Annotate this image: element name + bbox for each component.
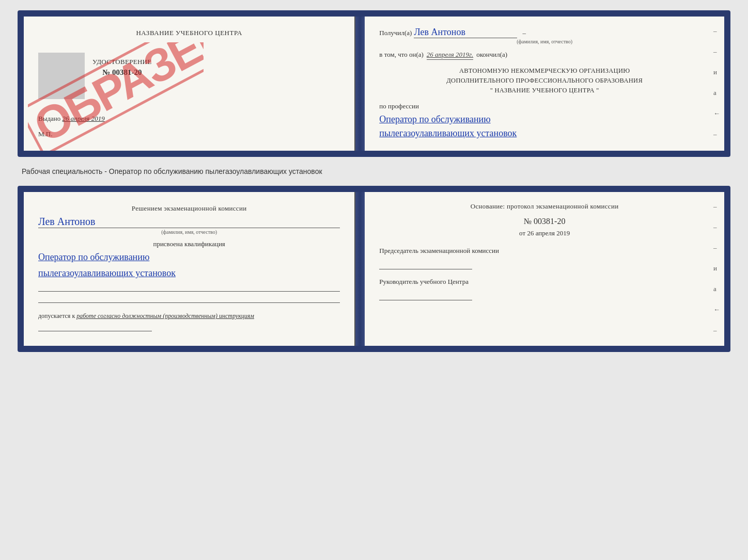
okonchil-label: окончил(а): [476, 51, 507, 59]
osnov-label: Основание: протокол экзаменационной коми…: [379, 202, 710, 211]
b-dash-5: а: [713, 285, 720, 293]
predsedatel-label: Председатель экзаменационной комиссии: [379, 247, 499, 254]
top-document: НАЗВАНИЕ УЧЕБНОГО ЦЕНТРА УДОСТОВЕРЕНИЕ №…: [18, 10, 730, 157]
stamp-area: УДОСТОВЕРЕНИЕ № 00381-20 ОБРАЗЕЦ: [38, 53, 340, 109]
dopuskaetsya-line: допускается к работе согласно должностны…: [38, 312, 340, 320]
protokol-number: № 00381-20: [379, 217, 710, 226]
dopuskaetsya-value: работе согласно должностным (производств…: [76, 312, 254, 319]
org-name: НАЗВАНИЕ УЧЕБНОГО ЦЕНТРА: [495, 87, 595, 94]
bottom-doc-right: – – – и а ← – – – – Основание: протокол …: [365, 192, 724, 346]
b-dash-1: –: [713, 202, 720, 211]
bottom-fio-subtitle: (фамилия, имя, отчество): [38, 229, 340, 235]
right-dashes: – – и а ← – – – –: [713, 17, 720, 151]
dash-7: –: [713, 151, 720, 157]
vtom-date: 26 апреля 2019г.: [427, 51, 473, 60]
poluchil-label: Получил(а): [379, 29, 412, 37]
rukovoditel-label: Руководитель учебного Центра: [379, 278, 469, 285]
poluchil-value: Лев Антонов: [414, 27, 517, 38]
komissia-title: Решением экзаменационной комиссии: [38, 204, 340, 213]
rukovoditel-line: [379, 289, 472, 300]
dash-4: а: [713, 89, 720, 97]
dopuskaetsya-label: допускается к: [38, 312, 75, 319]
vydano-label: Выдано: [38, 115, 60, 122]
vydano-line: Выдано 26 апреля 2019: [38, 115, 340, 123]
blank-line-3: [38, 322, 152, 331]
bottom-spine: [355, 192, 365, 346]
vtom-label: в том, что он(а): [379, 51, 424, 59]
prisvoena-label: присвоена квалификация: [38, 240, 340, 248]
bottom-document: Решением экзаменационной комиссии Лев Ан…: [18, 186, 730, 352]
qualification-line2: пылегазоулавливающих установок: [38, 266, 340, 280]
org-block: АВТОНОМНУЮ НЕКОММЕРЧЕСКУЮ ОРГАНИЗАЦИЮ ДО…: [379, 66, 710, 95]
qualification-line1: Оператор по обслуживанию: [38, 250, 340, 264]
ot-date-value: 26 апреля 2019: [527, 229, 570, 237]
b-dash-8: –: [713, 347, 720, 352]
dash-2: –: [713, 47, 720, 56]
fio-subtitle: (фамилия, имя, отчество): [379, 39, 710, 44]
org-name-suffix: ": [596, 87, 599, 94]
top-doc-left: НАЗВАНИЕ УЧЕБНОГО ЦЕНТРА УДОСТОВЕРЕНИЕ №…: [24, 17, 355, 151]
udostoverenie-number: № 00381-20: [92, 68, 152, 77]
b-dash-2: –: [713, 223, 720, 231]
vtom-line: в том, что он(а) 26 апреля 2019г. окончи…: [379, 51, 710, 60]
po-professii-label: по профессии: [379, 102, 710, 110]
ot-prefix: от: [519, 229, 525, 237]
ot-date: от 26 апреля 2019: [379, 229, 710, 237]
predsedatel-line: [379, 258, 472, 269]
bottom-doc-left: Решением экзаменационной комиссии Лев Ан…: [24, 192, 355, 346]
mp-line: М.П.: [38, 130, 340, 138]
bottom-right-dashes: – – – и а ← – – – –: [713, 192, 720, 346]
blank-line-1: [38, 282, 340, 292]
b-dash-3: –: [713, 244, 720, 252]
middle-text: Рабочая специальность - Оператор по обсл…: [18, 165, 730, 178]
bottom-name-value: Лев Антонов: [38, 216, 340, 228]
b-dash-6: ←: [713, 306, 720, 314]
blank-line-2: [38, 294, 340, 303]
org-line2: ДОПОЛНИТЕЛЬНОГО ПРОФЕССИОНАЛЬНОГО ОБРАЗО…: [379, 76, 710, 86]
top-left-title: НАЗВАНИЕ УЧЕБНОГО ЦЕНТРА: [38, 29, 340, 37]
udostoverenie-block: УДОСТОВЕРЕНИЕ № 00381-20: [92, 58, 152, 77]
spine: [355, 17, 365, 151]
b-dash-7: –: [713, 326, 720, 334]
dash-5: ←: [713, 109, 720, 118]
stamp-placeholder: [38, 53, 85, 99]
dash-6: –: [713, 130, 720, 138]
profession-line2: пылегазоулавливающих установок: [379, 126, 710, 140]
dash-1: –: [713, 27, 720, 35]
org-name-line: " НАЗВАНИЕ УЧЕБНОГО ЦЕНТРА ": [379, 86, 710, 95]
predsedatel-block: Председатель экзаменационной комиссии: [379, 247, 710, 269]
udostoverenie-title: УДОСТОВЕРЕНИЕ: [92, 58, 152, 66]
vydano-date: 26 апреля 2019: [63, 115, 105, 122]
org-name-prefix: ": [490, 87, 493, 94]
dash-3: и: [713, 68, 720, 76]
rukovoditel-block: Руководитель учебного Центра: [379, 278, 710, 300]
minus-1: –: [522, 29, 526, 37]
profession-line1: Оператор по обслуживанию: [379, 113, 710, 126]
top-doc-right: – – и а ← – – – – Получил(а) Лев Антонов…: [365, 17, 724, 151]
poluchil-row: Получил(а) Лев Антонов – (фамилия, имя, …: [379, 27, 710, 44]
b-dash-4: и: [713, 264, 720, 273]
org-line1: АВТОНОМНУЮ НЕКОММЕРЧЕСКУЮ ОРГАНИЗАЦИЮ: [379, 66, 710, 76]
